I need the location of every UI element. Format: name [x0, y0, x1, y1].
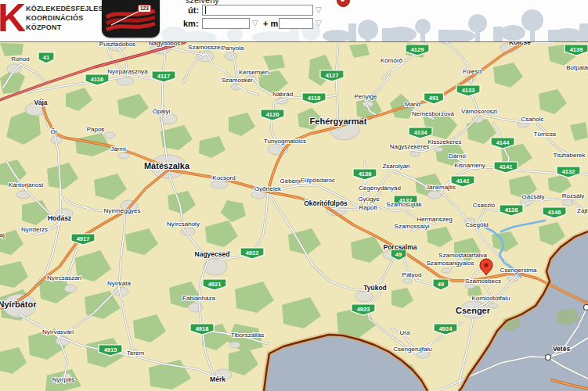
town-label: Nemesborzova: [412, 110, 454, 117]
town-label: Jármi: [110, 145, 126, 152]
road-dropdown-arrow[interactable]: [316, 5, 325, 15]
town-label: Zajta: [577, 207, 588, 214]
road-shield-number: 4120: [266, 111, 280, 118]
town-label: Rápolt: [359, 204, 377, 211]
town-label: Nyírpilis: [52, 376, 74, 383]
road-shield-number: 4144: [496, 139, 510, 146]
town-label: Gacsály: [522, 193, 545, 200]
town-label: Nyírkáta: [107, 280, 131, 287]
town-label: Rohod: [11, 56, 30, 63]
road-shield-number: 4918: [196, 325, 209, 332]
meter-dropdown-arrow[interactable]: [316, 19, 325, 28]
town-label: Mánd: [405, 101, 420, 108]
town-label: Fülpösdaróc: [301, 177, 335, 184]
town-label: Hermánszeg: [417, 216, 452, 223]
town-label: Komlódtótfalu: [472, 295, 510, 302]
town-label: Kántorjánosi: [9, 181, 44, 188]
town-label: Szamosangyalos: [427, 260, 474, 267]
road-shield-number: 41: [43, 54, 49, 61]
town-label: Vámosoroszi: [461, 108, 497, 115]
road-shield-number: 4128: [505, 206, 518, 213]
town-label: Nagydobos: [149, 42, 180, 47]
town-dot: [584, 305, 588, 310]
town-label: Fehérgyarmat: [310, 117, 367, 126]
road-shield-number: 49: [395, 251, 402, 258]
town-label: Kölcse: [509, 42, 531, 46]
town-label: Zsarolyán: [382, 163, 409, 170]
town-label: Terem: [127, 350, 145, 357]
town-label: Nyírmeggyes: [103, 207, 140, 214]
town-label: Szamosbecs: [465, 278, 501, 285]
town-label: Csegöld: [465, 221, 488, 228]
town-label: Mátészalka: [144, 161, 190, 170]
town-dot: [546, 355, 551, 361]
town-label: Fábiánháza: [182, 295, 215, 302]
town-label: Tyúkod: [363, 284, 387, 292]
town-label: Csengerújfalu: [393, 346, 431, 353]
town-label: Túrricse: [534, 131, 557, 138]
map[interactable]: 4141164117412741184120412941394133491413…: [0, 42, 588, 391]
road-shield-number: 4136: [359, 170, 372, 178]
road-sign-123: 123: [138, 5, 151, 13]
road-shield-number: 4922: [246, 249, 259, 256]
town-label: Kérsemjén: [239, 69, 269, 76]
town-label: Nagyszekeres: [390, 143, 430, 150]
town-label: Tisztaberek: [553, 152, 586, 159]
town-label: Porcsalma: [384, 243, 417, 251]
town-label: Ópályi: [153, 108, 171, 115]
town-label: Nagyecsed: [195, 250, 230, 258]
km-input[interactable]: [202, 18, 250, 29]
town-label: Vaja: [34, 99, 47, 106]
text-caret: [205, 6, 206, 14]
town-label: Tiborszállás: [231, 332, 264, 339]
road-shield-number: 4923: [357, 306, 370, 313]
town-label: Kömörő: [381, 57, 403, 64]
road-shield-number: 4132: [562, 168, 575, 175]
town-label: Cégénydányád: [359, 185, 401, 192]
town-label: Pusztadobos: [99, 42, 135, 48]
town-label: Kocsord: [212, 174, 235, 181]
road-field-label: út:: [188, 5, 199, 15]
road-shield-number: 4924: [439, 325, 453, 332]
map-canvas[interactable]: 4141164117412741184120412941394133491413…: [0, 42, 588, 391]
town-label: Nyírvasvári: [42, 328, 74, 335]
town-label: Csenger: [456, 306, 491, 315]
road-shield-number: 4142: [456, 178, 470, 185]
town-label: Hodász: [48, 214, 71, 222]
road-input[interactable]: [202, 5, 313, 16]
meter-input[interactable]: [279, 18, 313, 29]
town-label: Sonkád: [533, 42, 554, 44]
road-shield-number: 4141: [500, 163, 513, 170]
town-label: Császló: [473, 202, 496, 209]
town-label: Penyige: [355, 93, 377, 100]
town-label: Botpalád: [566, 64, 588, 71]
town-label: Vetés: [553, 345, 570, 353]
town-label: Csaholc: [521, 116, 544, 123]
town-label: Mérk: [210, 375, 225, 383]
town-label: Szamosújlak: [386, 201, 422, 208]
kkk-logo: K: [0, 0, 23, 41]
town-label: Kisszekeres: [427, 138, 461, 145]
town-label: Pátyod: [402, 271, 422, 278]
town-label: Nábrád: [272, 91, 293, 98]
town-label: Szamostatárfalva: [438, 252, 487, 259]
town-label: Nyírcsászári: [47, 274, 81, 282]
town-label: Ökörítófülpös: [304, 199, 348, 207]
road-data-icon: 123: [102, 0, 160, 38]
km-field-label: km:: [183, 19, 199, 28]
road-shield-number: 491: [429, 95, 439, 102]
km-dropdown-arrow[interactable]: [252, 19, 262, 28]
town-label: Kisnamény: [454, 162, 485, 169]
road-shield-number: 4146: [548, 209, 561, 216]
town-label: Nyírgyulaj: [0, 231, 5, 239]
town-label: Dárnó: [449, 152, 466, 160]
town-label: Panyola: [222, 45, 244, 52]
road-shield-number: 4915: [104, 346, 117, 353]
road-shield-number: 4127: [326, 72, 339, 79]
road-ribbon-icon: [102, 0, 160, 38]
town-label: Szamoskér: [222, 77, 253, 84]
town-label: Ura: [400, 329, 410, 336]
road-shield-number: 4133: [462, 87, 475, 94]
town-label: Győrtelek: [254, 185, 282, 192]
town-label: Jánkmajtis: [426, 184, 456, 191]
